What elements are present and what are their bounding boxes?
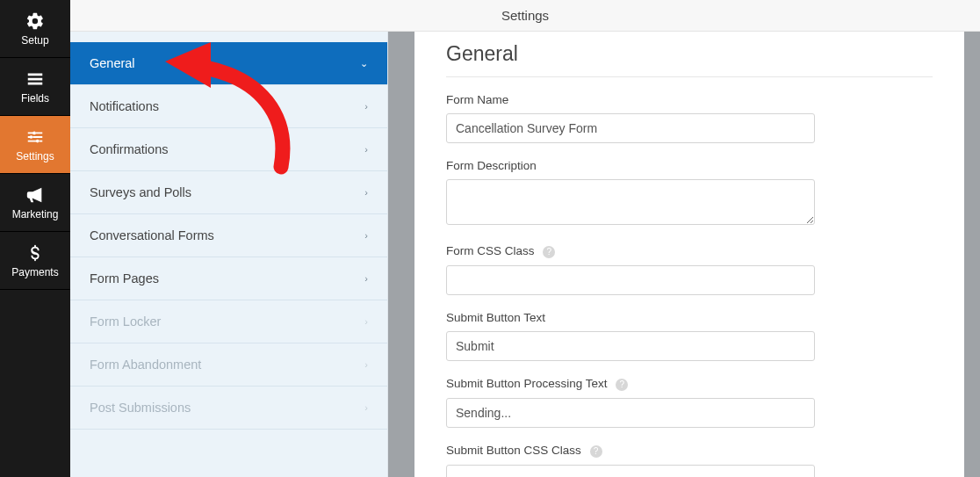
chevron-right-icon: › — [364, 402, 368, 413]
settings-item-form-pages[interactable]: Form Pages › — [70, 257, 387, 300]
chevron-down-icon: ⌄ — [360, 58, 368, 69]
panel-gutter-right — [964, 32, 980, 477]
chevron-right-icon: › — [364, 144, 368, 155]
settings-item-general[interactable]: General ⌄ — [70, 42, 387, 85]
chevron-right-icon: › — [364, 101, 368, 112]
form-css-class-label: Form CSS Class ? — [446, 244, 933, 258]
settings-item-form-locker[interactable]: Form Locker › — [70, 300, 387, 343]
svg-point-2 — [36, 139, 40, 142]
submit-button-text-label: Submit Button Text — [446, 311, 933, 324]
chevron-right-icon: › — [364, 359, 368, 370]
chevron-right-icon: › — [364, 273, 368, 284]
chevron-right-icon: › — [364, 230, 368, 241]
field-submit-button-text: Submit Button Text — [446, 311, 933, 361]
settings-item-label: Form Locker — [90, 314, 161, 329]
topbar: Settings — [70, 0, 980, 32]
nav-fields-label: Fields — [21, 92, 49, 105]
settings-item-conversational-forms[interactable]: Conversational Forms › — [70, 214, 387, 257]
settings-item-label: Form Pages — [90, 271, 159, 285]
sliders-icon — [25, 127, 45, 147]
settings-item-label: Conversational Forms — [90, 228, 214, 242]
form-name-input[interactable] — [446, 113, 815, 143]
settings-item-label: General — [90, 56, 135, 70]
submit-button-processing-text-label-text: Submit Button Processing Text — [446, 377, 608, 390]
submit-button-processing-text-label: Submit Button Processing Text ? — [446, 377, 933, 391]
settings-item-notifications[interactable]: Notifications › — [70, 85, 387, 128]
form-description-input[interactable] — [446, 179, 815, 225]
help-icon[interactable]: ? — [543, 246, 555, 258]
help-icon[interactable]: ? — [616, 379, 628, 391]
left-nav: Setup Fields Settings Marketing Payments — [0, 0, 70, 477]
settings-panel: General Form Name Form Description Form … — [414, 32, 964, 477]
field-form-name: Form Name — [446, 93, 933, 143]
nav-setup[interactable]: Setup — [0, 0, 70, 58]
form-name-label: Form Name — [446, 93, 933, 106]
nav-marketing[interactable]: Marketing — [0, 174, 70, 232]
settings-list: General ⌄ Notifications › Confirmations … — [70, 32, 388, 477]
form-css-class-input[interactable] — [446, 265, 815, 295]
settings-item-confirmations[interactable]: Confirmations › — [70, 128, 387, 171]
submit-button-css-class-input[interactable] — [446, 465, 815, 477]
chevron-right-icon: › — [364, 187, 368, 198]
help-icon[interactable]: ? — [590, 445, 602, 458]
settings-item-form-abandonment[interactable]: Form Abandonment › — [70, 343, 387, 387]
settings-item-label: Surveys and Polls — [90, 185, 191, 199]
settings-item-label: Notifications — [90, 99, 159, 113]
field-form-description: Form Description — [446, 159, 933, 228]
nav-fields[interactable]: Fields — [0, 58, 70, 116]
settings-item-label: Post Submissions — [90, 401, 191, 415]
settings-item-post-submissions[interactable]: Post Submissions › — [70, 387, 387, 430]
nav-setup-label: Setup — [21, 34, 48, 47]
nav-settings[interactable]: Settings — [0, 116, 70, 174]
page-title: Settings — [501, 8, 549, 23]
svg-point-0 — [32, 131, 36, 134]
submit-button-css-class-label-text: Submit Button CSS Class — [446, 444, 581, 457]
nav-marketing-label: Marketing — [12, 208, 59, 220]
nav-settings-label: Settings — [16, 150, 54, 163]
nav-payments-label: Payments — [11, 266, 58, 278]
gear-icon — [25, 11, 45, 31]
field-form-css-class: Form CSS Class ? — [446, 244, 933, 295]
submit-button-processing-text-input[interactable] — [446, 398, 815, 428]
form-description-label: Form Description — [446, 159, 933, 172]
list-icon — [25, 69, 45, 89]
svg-point-1 — [30, 135, 33, 139]
form-css-class-label-text: Form CSS Class — [446, 244, 535, 257]
dollar-icon — [25, 243, 45, 263]
settings-item-surveys-and-polls[interactable]: Surveys and Polls › — [70, 171, 387, 214]
bullhorn-icon — [25, 185, 45, 205]
chevron-right-icon: › — [364, 316, 368, 327]
settings-item-label: Confirmations — [90, 142, 168, 156]
field-submit-button-css-class: Submit Button CSS Class ? — [446, 444, 933, 477]
panel-heading: General — [446, 42, 933, 77]
field-submit-button-processing-text: Submit Button Processing Text ? — [446, 377, 933, 428]
submit-button-css-class-label: Submit Button CSS Class ? — [446, 444, 933, 458]
panel-gutter-left — [388, 32, 414, 477]
settings-item-label: Form Abandonment — [90, 358, 201, 372]
submit-button-text-input[interactable] — [446, 331, 815, 361]
nav-payments[interactable]: Payments — [0, 232, 70, 290]
